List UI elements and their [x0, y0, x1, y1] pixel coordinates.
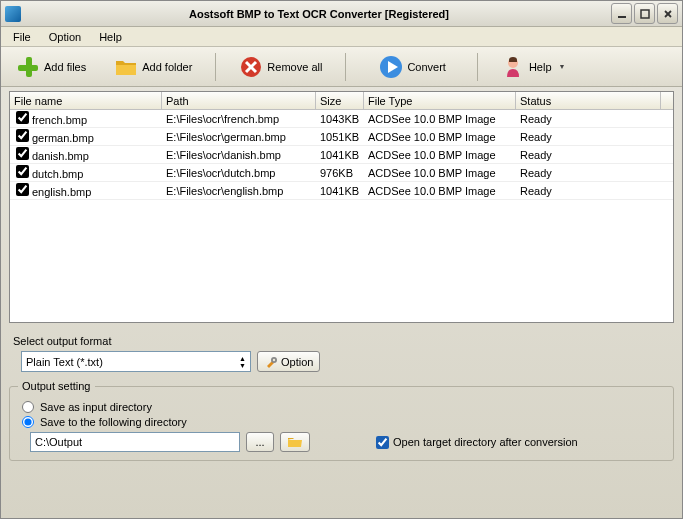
svg-point-13 — [273, 358, 275, 360]
cell-type: ACDSee 10.0 BMP Image — [364, 130, 516, 144]
cell-path: E:\Files\ocr\danish.bmp — [162, 148, 316, 162]
menu-file[interactable]: File — [5, 29, 39, 45]
radio-save-input-dir[interactable]: Save as input directory — [22, 401, 665, 413]
cell-path: E:\Files\ocr\dutch.bmp — [162, 166, 316, 180]
app-icon — [5, 6, 21, 22]
column-filename[interactable]: File name — [10, 92, 162, 109]
close-icon — [663, 9, 673, 19]
svg-rect-5 — [18, 65, 38, 71]
row-checkbox[interactable] — [16, 165, 29, 178]
column-status[interactable]: Status — [516, 92, 661, 109]
add-folder-label: Add folder — [142, 61, 192, 73]
menu-help[interactable]: Help — [91, 29, 130, 45]
cell-path: E:\Files\ocr\english.bmp — [162, 184, 316, 198]
table-row[interactable]: french.bmpE:\Files\ocr\french.bmp1043KBA… — [10, 110, 673, 128]
toolbar: Add files Add folder Remove all Convert — [1, 47, 682, 87]
output-format-select[interactable]: Plain Text (*.txt) ▲▼ — [21, 351, 251, 372]
help-icon — [501, 55, 525, 79]
chevron-down-icon: ▼ — [559, 63, 566, 70]
format-section-label: Select output format — [13, 335, 674, 347]
cell-status: Ready — [516, 166, 661, 180]
cell-filename: english.bmp — [32, 186, 91, 198]
cell-size: 976KB — [316, 166, 364, 180]
column-size[interactable]: Size — [316, 92, 364, 109]
plus-icon — [16, 55, 40, 79]
menubar: File Option Help — [1, 27, 682, 47]
cell-status: Ready — [516, 112, 661, 126]
add-files-button[interactable]: Add files — [9, 51, 93, 83]
separator — [345, 53, 346, 81]
cell-path: E:\Files\ocr\french.bmp — [162, 112, 316, 126]
menu-option[interactable]: Option — [41, 29, 89, 45]
help-button[interactable]: Help ▼ — [494, 51, 573, 83]
table-row[interactable]: danish.bmpE:\Files\ocr\danish.bmp1041KBA… — [10, 146, 673, 164]
minimize-button[interactable] — [611, 3, 632, 24]
table-row[interactable]: german.bmpE:\Files\ocr\german.bmp1051KBA… — [10, 128, 673, 146]
open-target-checkbox-row[interactable]: Open target directory after conversion — [376, 436, 578, 449]
row-checkbox[interactable] — [16, 129, 29, 142]
cell-size: 1043KB — [316, 112, 364, 126]
cell-size: 1041KB — [316, 148, 364, 162]
remove-all-label: Remove all — [267, 61, 322, 73]
maximize-icon — [640, 9, 650, 19]
column-filetype[interactable]: File Type — [364, 92, 516, 109]
file-list-header: File name Path Size File Type Status — [10, 92, 673, 110]
cell-status: Ready — [516, 184, 661, 198]
save-following-radio[interactable] — [22, 416, 34, 428]
table-row[interactable]: english.bmpE:\Files\ocr\english.bmp1041K… — [10, 182, 673, 200]
browse-button[interactable]: ... — [246, 432, 274, 452]
output-setting-group: Output setting Save as input directory S… — [9, 380, 674, 461]
window-title: Aostsoft BMP to Text OCR Converter [Regi… — [27, 8, 611, 20]
play-icon — [379, 55, 403, 79]
radio-save-following-dir[interactable]: Save to the following directory — [22, 416, 665, 428]
output-path-value: C:\Output — [35, 436, 82, 448]
open-target-label: Open target directory after conversion — [393, 436, 578, 448]
cell-type: ACDSee 10.0 BMP Image — [364, 148, 516, 162]
row-checkbox[interactable] — [16, 111, 29, 124]
cell-size: 1051KB — [316, 130, 364, 144]
convert-button[interactable]: Convert — [372, 51, 453, 83]
cell-filename: german.bmp — [32, 132, 94, 144]
cell-filename: dutch.bmp — [32, 168, 83, 180]
format-row: Plain Text (*.txt) ▲▼ Option — [21, 351, 670, 372]
titlebar: Aostsoft BMP to Text OCR Converter [Regi… — [1, 1, 682, 27]
output-path-input[interactable]: C:\Output — [30, 432, 240, 452]
window-controls — [611, 3, 678, 24]
browse-label: ... — [255, 436, 264, 448]
open-target-checkbox[interactable] — [376, 436, 389, 449]
convert-label: Convert — [407, 61, 446, 73]
cell-size: 1041KB — [316, 184, 364, 198]
cell-type: ACDSee 10.0 BMP Image — [364, 166, 516, 180]
wrench-icon — [264, 355, 278, 369]
cell-status: Ready — [516, 130, 661, 144]
file-list-body[interactable]: french.bmpE:\Files\ocr\french.bmp1043KBA… — [10, 110, 673, 323]
format-selected: Plain Text (*.txt) — [26, 356, 103, 368]
separator — [215, 53, 216, 81]
open-folder-button[interactable] — [280, 432, 310, 452]
stepper-icon: ▲▼ — [239, 355, 246, 369]
table-row[interactable]: dutch.bmpE:\Files\ocr\dutch.bmp976KBACDS… — [10, 164, 673, 182]
cell-type: ACDSee 10.0 BMP Image — [364, 112, 516, 126]
open-folder-icon — [287, 435, 303, 449]
add-folder-button[interactable]: Add folder — [107, 51, 199, 83]
main-window: Aostsoft BMP to Text OCR Converter [Regi… — [0, 0, 683, 519]
maximize-button[interactable] — [634, 3, 655, 24]
column-path[interactable]: Path — [162, 92, 316, 109]
cell-filename: french.bmp — [32, 114, 87, 126]
output-setting-label: Output setting — [18, 380, 95, 392]
svg-rect-1 — [641, 10, 649, 18]
remove-icon — [239, 55, 263, 79]
help-label: Help — [529, 61, 552, 73]
minimize-icon — [617, 9, 627, 19]
cell-type: ACDSee 10.0 BMP Image — [364, 184, 516, 198]
format-option-button[interactable]: Option — [257, 351, 320, 372]
file-list: File name Path Size File Type Status fre… — [9, 91, 674, 323]
save-input-label: Save as input directory — [40, 401, 152, 413]
close-button[interactable] — [657, 3, 678, 24]
remove-all-button[interactable]: Remove all — [232, 51, 329, 83]
row-checkbox[interactable] — [16, 183, 29, 196]
cell-path: E:\Files\ocr\german.bmp — [162, 130, 316, 144]
save-input-radio[interactable] — [22, 401, 34, 413]
row-checkbox[interactable] — [16, 147, 29, 160]
option-label: Option — [281, 356, 313, 368]
